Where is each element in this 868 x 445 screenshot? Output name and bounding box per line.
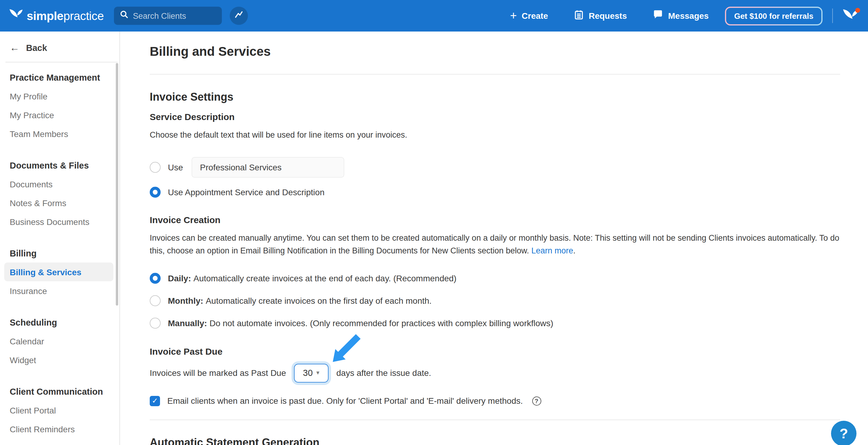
topbar-nav: + Create Requests [510,10,709,22]
sidebar-header-scheduling: Scheduling [4,314,113,332]
invoice-creation-options: Daily:Automatically create invoices at t… [150,273,840,329]
section-divider-top [150,74,840,75]
past-due-after-text: days after the issue date. [336,368,431,378]
monthly-option-label: Monthly:Automatically create invoices on… [168,296,432,305]
manually-option-label: Manually:Do not automate invoices. (Only… [168,318,553,328]
trending-up-icon [234,10,244,22]
create-button[interactable]: + Create [510,10,548,22]
service-description-heading: Service Description [150,112,840,122]
brand-name: simplepractice [27,9,104,23]
option-row-monthly: Monthly:Automatically create invoices on… [150,295,840,306]
billing-services-page: Billing and Services Invoice Settings Se… [120,32,868,445]
sidebar-item-widget[interactable]: Widget [4,350,113,369]
notification-dot [855,8,860,13]
sidebar-section-practice-management: Practice Management My Profile My Practi… [4,68,113,143]
sidebar-item-billing-services[interactable]: Billing & Services [4,263,113,281]
sidebar-item-my-practice[interactable]: My Practice [4,106,113,124]
option-row-use-custom-text: Use [150,157,840,178]
sidebar-header-practice-management: Practice Management [4,68,113,87]
past-due-email-row: ✓ Email clients when an invoice is past … [150,396,840,406]
past-due-before-text: Invoices will be marked as Past Due [150,368,286,378]
topbar: simplepractice + Create [0,0,868,32]
email-past-due-label: Email clients when an invoice is past du… [167,396,523,406]
back-arrow-icon: ← [10,43,20,53]
sidebar-item-team-members[interactable]: Team Members [4,124,113,143]
learn-more-link[interactable]: Learn more [531,246,573,255]
option-row-daily: Daily:Automatically create invoices at t… [150,273,840,284]
sidebar-scrollbar[interactable] [116,63,118,305]
invoice-creation-heading: Invoice Creation [150,215,840,225]
option-row-manually: Manually:Do not automate invoices. (Only… [150,318,840,329]
search-clients-box[interactable] [114,7,222,25]
back-button[interactable]: ← Back [4,32,113,62]
service-description-text: Choose the default text that will be use… [150,129,840,142]
sidebar-section-client-communication: Client Communication Client Portal Clien… [4,383,113,438]
sidebar-item-notes-forms[interactable]: Notes & Forms [4,194,113,212]
app-window: simplepractice + Create [0,0,868,445]
past-due-row: Invoices will be marked as Past Due 30 ▾… [150,364,840,383]
sidebar-header-client-communication: Client Communication [4,383,113,401]
sidebar-header-billing: Billing [4,244,113,263]
settings-sidebar: ← Back Practice Management My Profile My… [0,32,120,445]
section-divider-bottom [150,419,840,420]
help-fab-button[interactable]: ? [831,421,857,445]
sidebar-section-billing: Billing Billing & Services Insurance [4,244,113,300]
chevron-down-icon: ▾ [316,370,319,376]
statement-generation-heading: Automatic Statement Generation [150,437,840,445]
sidebar-item-my-profile[interactable]: My Profile [4,87,113,106]
butterfly-logo-icon [9,8,23,23]
use-label: Use [168,163,183,173]
email-past-due-checkbox[interactable]: ✓ [150,396,160,406]
messages-chat-icon [653,10,663,22]
appointment-service-label: Use Appointment Service and Description [168,188,324,197]
manually-radio[interactable] [150,318,161,329]
sidebar-item-insurance[interactable]: Insurance [4,281,113,300]
monthly-radio[interactable] [150,295,161,306]
sidebar-section-documents-files: Documents & Files Documents Notes & Form… [4,156,113,231]
invoice-settings-heading: Invoice Settings [150,91,840,104]
service-description-input[interactable] [191,157,344,178]
sidebar-divider [5,62,118,62]
sidebar-item-calendar[interactable]: Calendar [4,332,113,350]
brand-logo[interactable]: simplepractice [9,8,104,23]
sidebar-section-scheduling: Scheduling Calendar Widget [4,314,113,369]
invoice-creation-text: Invoices can be created manually anytime… [150,233,840,257]
account-butterfly-button[interactable] [842,8,860,24]
sidebar-header-documents-files: Documents & Files [4,156,113,175]
referral-button[interactable]: Get $100 for referrals [725,6,823,25]
sidebar-item-business-documents[interactable]: Business Documents [4,212,113,231]
requests-clipboard-icon [574,10,584,22]
use-appointment-service-radio[interactable] [150,187,161,198]
past-due-days-select[interactable]: 30 ▾ [294,364,329,383]
search-icon [120,10,129,21]
check-icon: ✓ [152,397,158,405]
daily-radio[interactable] [150,273,161,284]
topbar-divider [832,8,833,23]
messages-button[interactable]: Messages [653,10,709,22]
plus-icon: + [510,9,517,21]
sidebar-item-client-portal[interactable]: Client Portal [4,401,113,419]
invoice-past-due-heading: Invoice Past Due [150,346,840,356]
use-custom-text-radio[interactable] [150,162,161,173]
analytics-button[interactable] [230,7,248,25]
help-tooltip-icon[interactable]: ? [532,396,541,406]
page-title: Billing and Services [150,44,840,59]
daily-option-label: Daily:Automatically create invoices at t… [168,273,457,283]
search-clients-input[interactable] [133,11,216,20]
sidebar-item-client-reminders[interactable]: Client Reminders [4,419,113,438]
sidebar-item-documents[interactable]: Documents [4,175,113,194]
requests-button[interactable]: Requests [574,10,627,22]
option-row-appointment-service: Use Appointment Service and Description [150,187,840,198]
